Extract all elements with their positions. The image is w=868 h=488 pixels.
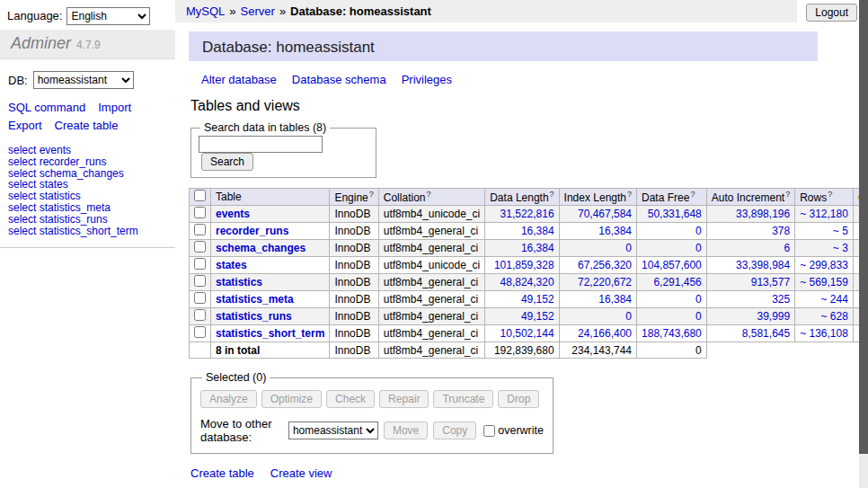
data-free-link[interactable]: 0 xyxy=(695,310,702,323)
table-name-link[interactable]: recorder_runs xyxy=(216,225,288,237)
data-free-link[interactable]: 0 xyxy=(695,225,702,237)
rows-count-link[interactable]: ~ 244 xyxy=(821,293,848,306)
column-header-data-length: Data Length? xyxy=(485,189,559,206)
table-name-link[interactable]: statistics_meta xyxy=(216,293,294,306)
auto-increment-link[interactable]: 39,999 xyxy=(757,310,790,323)
data-length-link[interactable]: 31,522,816 xyxy=(500,208,554,220)
row-select-cell xyxy=(190,206,211,223)
copy-button[interactable]: Copy xyxy=(433,421,476,439)
privileges-link[interactable]: Privileges xyxy=(402,73,452,86)
collation-cell: utf8mb4_general_ci xyxy=(378,274,484,291)
table-name-link[interactable]: schema_changes xyxy=(216,242,306,254)
table-name-link[interactable]: states xyxy=(216,259,247,271)
optimize-button[interactable]: Optimize xyxy=(261,390,322,408)
search-button[interactable]: Search xyxy=(201,153,253,171)
db-select[interactable]: homeassistant xyxy=(33,71,134,89)
data-free-link[interactable]: 0 xyxy=(695,242,702,254)
auto-increment-cell: 33,898,196 xyxy=(706,206,794,223)
auto-increment-link[interactable]: 33,398,984 xyxy=(736,259,790,271)
table-name-link[interactable]: statistics xyxy=(216,276,262,288)
auto-increment-link[interactable]: 378 xyxy=(772,225,790,237)
table-name-link[interactable]: statistics_runs xyxy=(216,310,292,323)
index-length-link[interactable]: 72,220,672 xyxy=(578,276,632,288)
data-length-link[interactable]: 101,859,328 xyxy=(494,259,554,271)
breadcrumb-mysql-link[interactable]: MySQL xyxy=(186,4,225,18)
breadcrumb-server-link[interactable]: Server xyxy=(241,4,275,18)
repair-button[interactable]: Repair xyxy=(379,390,429,408)
sidebar-link-sql-command[interactable]: SQL command xyxy=(8,99,85,117)
select-statistics-short-term-link[interactable]: select statistics_short_term xyxy=(8,225,138,237)
data-length-cell: 16,384 xyxy=(485,240,559,257)
select-all-checkbox[interactable] xyxy=(194,190,206,201)
index-length-link[interactable]: 67,256,320 xyxy=(578,259,632,271)
data-length-link[interactable]: 49,152 xyxy=(521,310,554,323)
auto-increment-link[interactable]: 325 xyxy=(772,293,790,306)
row-checkbox[interactable] xyxy=(194,224,206,235)
index-length-link[interactable]: 16,384 xyxy=(598,225,632,237)
logout-button[interactable]: Logout xyxy=(806,4,857,22)
row-checkbox[interactable] xyxy=(194,207,206,218)
adminer-logo-link[interactable]: Adminer xyxy=(11,34,71,53)
index-length-link[interactable]: 0 xyxy=(625,242,632,254)
search-input[interactable] xyxy=(199,136,323,153)
data-free-link[interactable]: 104,857,600 xyxy=(642,259,702,271)
data-length-link[interactable]: 16,384 xyxy=(521,242,554,254)
index-length-link[interactable]: 70,467,584 xyxy=(578,208,632,220)
row-checkbox[interactable] xyxy=(194,326,206,338)
rows-count-cell: ~ 244 xyxy=(795,291,854,308)
total-data-length-cell: 192,839,680 xyxy=(485,342,559,359)
data-free-link[interactable]: 0 xyxy=(695,293,702,306)
index-length-link[interactable]: 24,166,400 xyxy=(578,327,632,340)
data-free-link[interactable]: 188,743,680 xyxy=(642,327,702,340)
row-checkbox[interactable] xyxy=(194,292,206,304)
auto-increment-link[interactable]: 8,581,645 xyxy=(742,327,790,340)
data-length-link[interactable]: 49,152 xyxy=(521,293,554,306)
auto-increment-link[interactable]: 913,577 xyxy=(751,276,790,288)
data-free-link[interactable]: 50,331,648 xyxy=(648,208,702,220)
data-length-link[interactable]: 10,502,144 xyxy=(500,327,554,340)
index-length-link[interactable]: 0 xyxy=(625,310,632,323)
index-length-cell: 24,166,400 xyxy=(559,325,636,342)
language-select[interactable]: English xyxy=(66,7,150,25)
move-button[interactable]: Move xyxy=(384,421,428,439)
sidebar-link-export[interactable]: Export xyxy=(8,117,42,135)
rows-count-link[interactable]: ~ 569,159 xyxy=(800,276,848,288)
column-header-table: Table xyxy=(211,189,330,206)
data-length-link[interactable]: 16,384 xyxy=(521,225,554,237)
rows-count-link[interactable]: ~ 5 xyxy=(833,225,848,237)
table-name-link[interactable]: events xyxy=(216,208,250,220)
truncate-button[interactable]: Truncate xyxy=(433,390,493,408)
rows-count-link[interactable]: ~ 628 xyxy=(821,310,848,323)
data-free-link[interactable]: 6,291,456 xyxy=(653,276,701,288)
scrollbar-thumb[interactable] xyxy=(859,0,868,454)
row-checkbox[interactable] xyxy=(194,241,206,253)
analyze-button[interactable]: Analyze xyxy=(200,390,257,408)
drop-button[interactable]: Drop xyxy=(498,390,539,408)
index-length-link[interactable]: 16,384 xyxy=(598,293,632,306)
rows-count-link[interactable]: ~ 312,180 xyxy=(800,208,848,220)
data-length-cell: 10,502,144 xyxy=(485,325,559,342)
table-row-schema-changes: schema_changesInnoDButf8mb4_general_ci16… xyxy=(190,240,868,257)
rows-count-link[interactable]: ~ 299,833 xyxy=(800,259,848,271)
auto-increment-link[interactable]: 6 xyxy=(784,242,790,254)
rows-count-link[interactable]: ~ 3 xyxy=(833,242,848,254)
row-checkbox[interactable] xyxy=(194,275,206,287)
create-view-link[interactable]: Create view xyxy=(270,466,332,480)
auto-increment-link[interactable]: 33,898,196 xyxy=(736,208,790,220)
engine-cell: InnoDB xyxy=(330,308,378,325)
sidebar-link-import[interactable]: Import xyxy=(98,99,131,117)
row-checkbox[interactable] xyxy=(194,309,206,321)
move-db-select[interactable]: homeassistant xyxy=(288,421,378,439)
row-checkbox[interactable] xyxy=(194,258,206,270)
data-length-link[interactable]: 48,824,320 xyxy=(500,276,554,288)
check-button[interactable]: Check xyxy=(326,390,375,408)
rows-count-link[interactable]: ~ 136,108 xyxy=(800,327,848,340)
table-name-link[interactable]: statistics_short_term xyxy=(216,327,324,340)
sidebar-link-create-table[interactable]: Create table xyxy=(55,117,119,135)
database-schema-link[interactable]: Database schema xyxy=(292,73,386,86)
total-empty-cell xyxy=(190,342,211,359)
alter-database-link[interactable]: Alter database xyxy=(201,73,277,86)
create-table-link[interactable]: Create table xyxy=(190,466,254,480)
vertical-scrollbar[interactable] xyxy=(859,0,868,488)
overwrite-checkbox[interactable] xyxy=(483,425,495,437)
